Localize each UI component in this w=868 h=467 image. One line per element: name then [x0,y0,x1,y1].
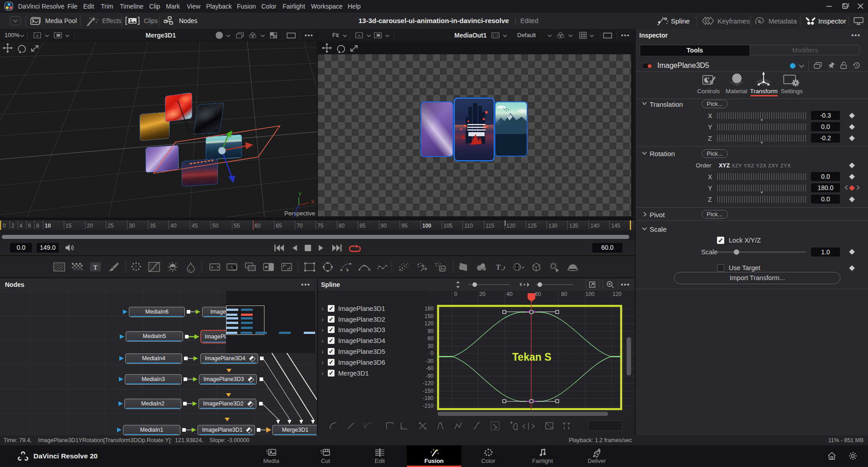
svg-text:30: 30 [428,343,434,349]
svg-text:-90: -90 [426,373,434,379]
svg-text:T: T [496,263,501,271]
svg-text:-120: -120 [423,380,434,386]
svg-text:Tekan S: Tekan S [512,351,552,363]
svg-text:-30: -30 [426,358,434,364]
svg-text:Y: Y [298,191,302,197]
svg-text:0: 0 [454,291,458,297]
svg-text:-60: -60 [426,365,434,372]
svg-text:T: T [93,264,98,271]
svg-text:X: X [311,199,315,205]
svg-text:A: A [358,33,360,38]
svg-text:60: 60 [428,335,434,342]
svg-text:60: 60 [535,291,541,297]
svg-text:-180: -180 [423,395,434,401]
svg-text:0: 0 [430,350,434,357]
svg-text:20: 20 [479,291,486,297]
svg-text:80: 80 [561,291,567,297]
svg-text:Z: Z [293,214,296,217]
svg-text:-150: -150 [423,388,434,394]
svg-text:40: 40 [506,291,513,297]
svg-text:A: A [36,33,38,38]
svg-text:90: 90 [428,328,434,334]
svg-text:100: 100 [585,291,594,297]
svg-text:120: 120 [613,291,622,297]
svg-text:-210: -210 [423,403,434,409]
